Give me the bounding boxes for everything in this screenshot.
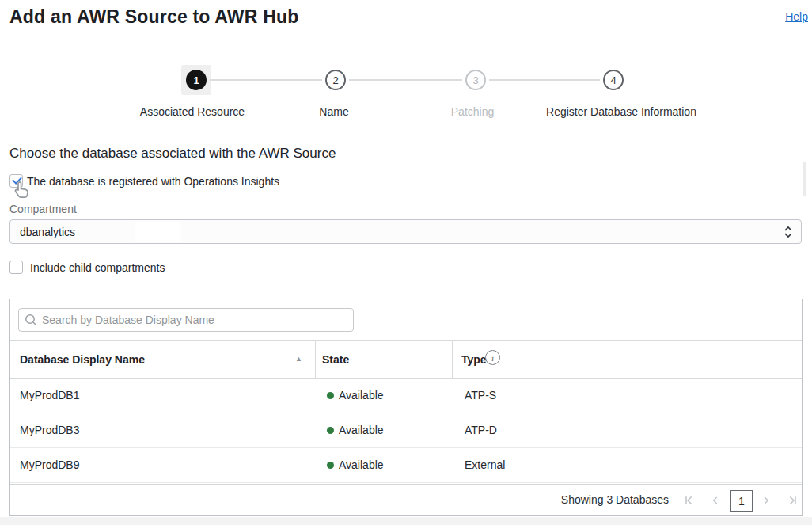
step-label-register-database-information: Register Database Information <box>546 105 696 118</box>
first-page-button[interactable] <box>681 493 697 508</box>
status-available-icon <box>327 427 334 434</box>
select-spinner-icon <box>784 225 793 242</box>
scrollbar-thumb[interactable] <box>803 162 806 196</box>
type-cell: ATP-S <box>465 389 496 401</box>
step-circle-name[interactable]: 2 <box>325 70 346 90</box>
include-child-compartments-checkbox[interactable] <box>9 261 23 274</box>
state-cell: Available <box>327 389 384 401</box>
table-header-row: Database Display Name ▲ State Type i <box>10 340 802 379</box>
step-circle-associated-resource[interactable]: 1 <box>186 70 207 90</box>
previous-page-button[interactable] <box>708 493 723 508</box>
state-text: Available <box>339 458 384 471</box>
column-header-type[interactable]: Type <box>461 353 487 366</box>
step-connector <box>489 79 600 81</box>
step-label-associated-resource: Associated Resource <box>140 105 245 118</box>
search-box[interactable] <box>18 308 354 332</box>
table-row[interactable]: MyProdDB3 Available ATP-D <box>10 413 802 448</box>
database-name-cell[interactable]: MyProdDB9 <box>20 458 79 471</box>
table-row[interactable]: MyProdDB9 Available External <box>10 448 802 483</box>
column-header-database-display-name[interactable]: Database Display Name <box>20 353 145 366</box>
page-background-strip <box>0 517 812 525</box>
compartment-selected-value: dbanalytics <box>20 226 75 238</box>
redacted-area <box>135 222 181 242</box>
type-cell: ATP-D <box>465 424 497 436</box>
section-heading: Choose the database associated with the … <box>9 146 336 162</box>
search-input[interactable] <box>40 309 353 331</box>
column-divider <box>315 341 316 378</box>
info-icon[interactable]: i <box>485 350 500 365</box>
next-page-icon <box>761 495 772 506</box>
table-row[interactable]: MyProdDB1 Available ATP-S <box>10 379 802 413</box>
database-name-cell[interactable]: MyProdDB1 <box>20 389 79 401</box>
current-page-indicator[interactable]: 1 <box>730 490 753 512</box>
state-text: Available <box>339 389 384 401</box>
help-link[interactable]: Help <box>785 10 808 23</box>
compartment-label: Compartment <box>9 203 77 215</box>
status-available-icon <box>327 392 334 399</box>
status-available-icon <box>327 462 334 469</box>
add-awr-source-page: Add an AWR Source to AWR Hub Help 1 2 3 … <box>0 0 812 525</box>
database-name-cell[interactable]: MyProdDB3 <box>20 424 79 436</box>
registered-with-opsi-label[interactable]: The database is registered with Operatio… <box>27 175 279 188</box>
previous-page-icon <box>710 495 721 506</box>
sort-ascending-icon[interactable]: ▲ <box>295 355 302 363</box>
state-cell: Available <box>327 458 384 471</box>
search-icon <box>25 314 38 327</box>
include-child-compartments-label[interactable]: Include child compartments <box>30 261 165 274</box>
state-cell: Available <box>327 424 384 436</box>
last-page-button[interactable] <box>784 493 800 508</box>
page-title: Add an AWR Source to AWR Hub <box>9 6 299 28</box>
step-connector <box>210 79 322 81</box>
next-page-button[interactable] <box>758 493 774 508</box>
step-label-patching: Patching <box>451 105 494 118</box>
compartment-select[interactable]: dbanalytics <box>9 219 802 244</box>
table-footer: Showing 3 Databases 1 <box>10 484 802 515</box>
state-text: Available <box>339 424 384 436</box>
step-label-name: Name <box>319 105 348 118</box>
step-circle-patching: 3 <box>465 70 486 90</box>
header-divider <box>0 36 812 36</box>
first-page-icon <box>683 494 696 507</box>
column-header-state[interactable]: State <box>322 353 349 366</box>
last-page-icon <box>786 494 799 507</box>
column-divider <box>452 341 453 378</box>
results-summary: Showing 3 Databases <box>561 493 669 506</box>
step-circle-register-database-information[interactable]: 4 <box>603 70 624 90</box>
databases-card: Database Display Name ▲ State Type i MyP… <box>9 299 803 516</box>
type-cell: External <box>465 458 505 471</box>
step-connector <box>349 79 462 81</box>
hand-pointer-cursor-icon <box>11 180 32 204</box>
